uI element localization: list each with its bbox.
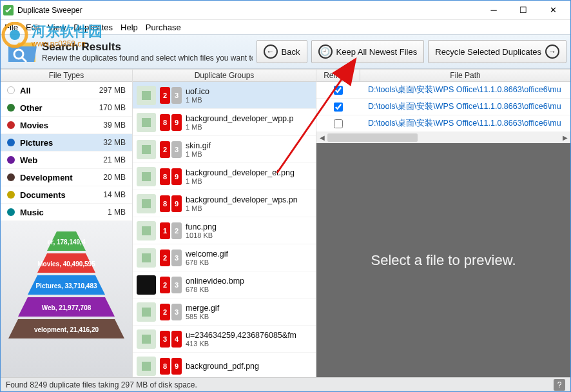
svg-rect-13	[142, 91, 151, 100]
group-row[interactable]: 23 skin.gif 1 MB	[133, 136, 316, 163]
svg-rect-29	[142, 308, 151, 317]
filetype-size: 20 MB	[103, 173, 126, 182]
menu-edit[interactable]: Edit	[26, 23, 40, 32]
svg-rect-17	[142, 145, 151, 154]
groups-list[interactable]: 23 uof.ico 1 MB 89 background_developer_…	[133, 82, 316, 377]
group-filesize: 1 MB	[186, 177, 312, 185]
path-list: D:\tools\桌面\安装\WPS Office\11.1.0.8663\of…	[316, 82, 570, 132]
filetype-row-web[interactable]: Web 21 MB	[1, 152, 132, 169]
menu-file[interactable]: File	[5, 23, 18, 32]
group-filesize: 1 MB	[186, 150, 312, 158]
filetype-row-development[interactable]: Development 20 MB	[1, 169, 132, 186]
menu-view[interactable]: View	[48, 23, 66, 32]
path-row[interactable]: D:\tools\桌面\安装\WPS Office\11.1.0.8663\of…	[316, 82, 570, 99]
filetype-size: 170 MB	[99, 103, 126, 112]
maximize-button[interactable]: ☐	[508, 1, 538, 20]
group-row[interactable]: 12 func.png 1018 KB	[133, 217, 316, 244]
group-filesize: 1 MB	[186, 123, 312, 131]
scroll-left-icon[interactable]: ◀	[316, 132, 327, 143]
dup-count-badge: 89	[160, 358, 182, 375]
scroll-right-icon[interactable]: ▶	[559, 132, 570, 143]
menu-purchase[interactable]: Purchase	[146, 23, 181, 32]
group-row[interactable]: 89 background_developer_wpp.p 1 MB	[133, 109, 316, 136]
file-path[interactable]: D:\tools\桌面\安装\WPS Office\11.1.0.8663\of…	[360, 118, 570, 129]
file-thumbnail-icon	[137, 302, 156, 322]
group-filename: background_developer_wps.pn	[186, 195, 312, 204]
recycle-duplicates-button[interactable]: Recycle Selected Duplicates →	[428, 40, 566, 63]
file-thumbnail-icon	[137, 248, 156, 268]
right-panel: Remove File Path D:\tools\桌面\安装\WPS Offi…	[316, 69, 570, 377]
filetype-row-pictures[interactable]: Pictures 32 MB	[1, 134, 132, 152]
svg-rect-21	[142, 199, 151, 208]
svg-text:Movies, 40,490,595: Movies, 40,490,595	[37, 260, 95, 268]
filetype-name: All	[20, 86, 94, 95]
remove-header: Remove	[316, 69, 360, 82]
back-button-label: Back	[282, 47, 300, 57]
filetypes-list: All 297 MB Other 170 MB Movies 39 MB Pic…	[1, 82, 132, 221]
path-row[interactable]: D:\tools\桌面\安装\WPS Office\11.1.0.8663\of…	[316, 99, 570, 115]
page-subtitle: Review the duplicates found and select w…	[42, 54, 253, 63]
preview-message: Select a file to preview.	[371, 252, 516, 269]
filetype-row-all[interactable]: All 297 MB	[1, 82, 132, 99]
keep-newest-button[interactable]: 🕘 Keep All Newest Files	[311, 40, 425, 63]
remove-checkbox[interactable]	[334, 103, 343, 112]
filetype-row-movies[interactable]: Movies 39 MB	[1, 117, 132, 134]
group-filename: onlinevideo.bmp	[186, 277, 312, 286]
minimize-button[interactable]: ─	[479, 1, 508, 20]
group-row[interactable]: 23 uof.ico 1 MB	[133, 82, 316, 109]
file-path[interactable]: D:\tools\桌面\安装\WPS Office\11.1.0.8663\of…	[360, 101, 570, 112]
group-filename: background_developer_wpp.p	[186, 114, 312, 123]
remove-checkbox[interactable]	[334, 119, 343, 128]
filetype-row-music[interactable]: Music 1 MB	[1, 204, 132, 221]
horizontal-scrollbar[interactable]: ◀ ▶	[316, 132, 570, 143]
filetype-name: Music	[20, 208, 102, 217]
svg-rect-33	[142, 362, 151, 371]
file-thumbnail-icon	[137, 275, 156, 295]
remove-checkbox[interactable]	[334, 86, 343, 95]
filetype-name: Development	[20, 173, 98, 182]
filetype-row-documents[interactable]: Documents 14 MB	[1, 186, 132, 204]
group-row[interactable]: 34 u=234634259,4236876085&fm 413 KB	[133, 326, 316, 353]
clock-icon: 🕘	[318, 44, 333, 59]
back-button[interactable]: ← Back	[256, 40, 307, 63]
filetype-name: Documents	[20, 190, 98, 200]
app-icon	[3, 5, 14, 15]
path-row[interactable]: D:\tools\桌面\安装\WPS Office\11.1.0.8663\of…	[316, 115, 570, 132]
back-arrow-icon: ←	[264, 44, 278, 59]
group-filename: welcome.gif	[186, 250, 312, 259]
group-row[interactable]: 89 background_developer_et.png 1 MB	[133, 163, 316, 190]
file-thumbnail-icon	[137, 86, 156, 105]
folder-search-icon	[7, 39, 38, 64]
file-path[interactable]: D:\tools\桌面\安装\WPS Office\11.1.0.8663\of…	[360, 84, 570, 95]
filetype-dot-icon	[7, 121, 15, 129]
group-filesize: 585 KB	[186, 313, 312, 320]
svg-rect-23	[142, 226, 151, 235]
group-row[interactable]: 89 background_developer_wps.pn 1 MB	[133, 190, 316, 217]
group-filename: background_developer_et.png	[186, 168, 312, 177]
filetypes-header: File Types	[1, 69, 132, 82]
group-row[interactable]: 89 background_pdf.png	[133, 353, 316, 377]
group-row[interactable]: 23 onlinevideo.bmp 678 KB	[133, 271, 316, 299]
help-button[interactable]: ?	[554, 379, 565, 391]
file-thumbnail-icon	[137, 167, 156, 186]
group-filesize: 678 KB	[186, 259, 312, 266]
dup-count-badge: 12	[160, 222, 182, 239]
svg-text:velopment, 21,416,20: velopment, 21,416,20	[34, 326, 99, 333]
menu-help[interactable]: Help	[121, 23, 138, 32]
group-row[interactable]: 23 welcome.gif 678 KB	[133, 244, 316, 271]
middle-panel: Duplicate Groups 23 uof.ico 1 MB 89 back…	[133, 69, 316, 377]
close-button[interactable]: ✕	[538, 1, 568, 20]
group-filesize: 413 KB	[186, 340, 312, 348]
header-toolbar: Search Results Review the duplicates fou…	[1, 34, 570, 69]
menu-duplicates[interactable]: Duplicates	[73, 23, 113, 32]
filetype-name: Pictures	[20, 138, 98, 148]
scrollbar-thumb[interactable]	[327, 133, 418, 142]
group-row[interactable]: 23 merge.gif 585 KB	[133, 299, 316, 326]
filetype-size: 14 MB	[103, 190, 126, 199]
svg-rect-15	[142, 118, 151, 127]
svg-text:Web, 21,977,708: Web, 21,977,708	[42, 304, 92, 311]
filetype-row-other[interactable]: Other 170 MB	[1, 99, 132, 117]
group-filesize: 1 MB	[186, 204, 312, 212]
titlebar: Duplicate Sweeper ─ ☐ ✕	[1, 1, 570, 20]
file-thumbnail-icon	[137, 194, 156, 213]
